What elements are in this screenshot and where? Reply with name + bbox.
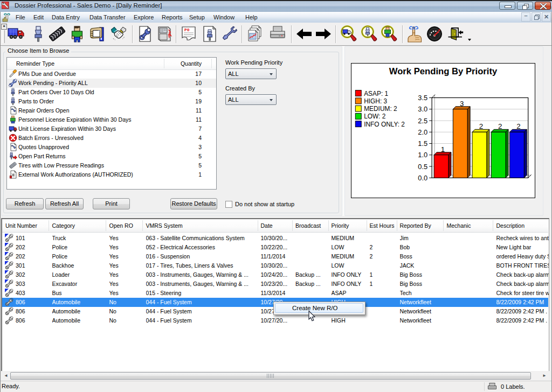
- svg-text:INFO ONLY: 2: INFO ONLY: 2: [364, 121, 405, 128]
- svg-text:P0: P0: [184, 27, 190, 32]
- svg-text:0.5: 0.5: [418, 163, 427, 171]
- svg-text:1: 1: [441, 145, 445, 153]
- svg-text:MEDIUM: 2: MEDIUM: 2: [364, 105, 397, 113]
- svg-text:2.0: 2.0: [418, 128, 427, 136]
- svg-text:3.0: 3.0: [418, 105, 427, 113]
- svg-text:HIGH: 3: HIGH: 3: [364, 97, 387, 105]
- svg-text:3: 3: [460, 100, 464, 108]
- svg-text:0.0: 0.0: [418, 174, 427, 182]
- svg-text:1.0: 1.0: [418, 151, 427, 159]
- svg-text:LOW: 2: LOW: 2: [364, 113, 385, 120]
- svg-text:2: 2: [479, 122, 483, 130]
- svg-text:3.5: 3.5: [418, 94, 427, 102]
- svg-text:2: 2: [498, 122, 502, 130]
- svg-text:2: 2: [516, 122, 520, 130]
- svg-text:ASAP: 1: ASAP: 1: [364, 90, 388, 97]
- svg-text:2.5: 2.5: [418, 117, 427, 125]
- svg-text:Work Pending By Priority: Work Pending By Priority: [389, 66, 498, 76]
- svg-text:1.5: 1.5: [418, 139, 427, 148]
